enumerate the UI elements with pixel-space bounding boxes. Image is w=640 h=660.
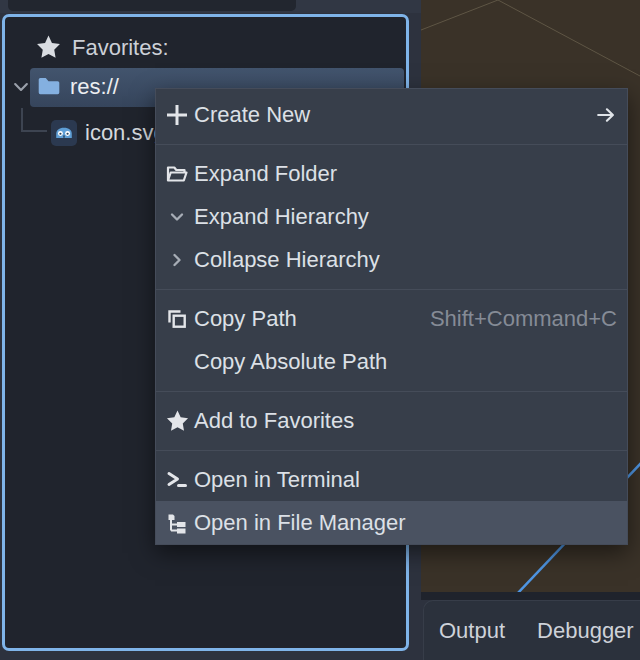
menu-item-copy-path[interactable]: Copy Path Shift+Command+C — [156, 297, 627, 340]
menu-separator — [156, 136, 627, 152]
menu-item-label: Copy Path — [194, 306, 297, 332]
menu-item-label: Open in File Manager — [194, 510, 406, 536]
godot-file-icon — [51, 120, 77, 146]
tree-item-iconsvg-label[interactable]: icon.svg — [85, 119, 166, 147]
file-manager-icon — [164, 511, 190, 535]
menu-item-shortcut: Shift+Command+C — [430, 306, 617, 332]
favorites-header: Favorites: — [36, 34, 169, 62]
menu-item-label: Add to Favorites — [194, 408, 354, 434]
tree-guide-line — [21, 130, 47, 132]
copy-icon — [164, 307, 190, 331]
chevron-down-icon[interactable] — [11, 77, 31, 101]
star-icon — [36, 34, 61, 63]
toolbar-inset-panel — [8, 0, 296, 11]
godot-editor-screen: Favorites: res:// icon.svg — [0, 0, 640, 660]
favorites-label: Favorites: — [72, 35, 169, 61]
menu-item-label: Open in Terminal — [194, 467, 360, 493]
menu-item-label: Collapse Hierarchy — [194, 247, 380, 273]
terminal-icon — [164, 468, 190, 492]
dock-gap — [421, 592, 640, 600]
submenu-arrow-icon — [595, 104, 617, 126]
tree-item-res-label[interactable]: res:// — [70, 73, 119, 101]
menu-item-collapse-hierarchy[interactable]: Collapse Hierarchy — [156, 238, 627, 281]
menu-item-create-new[interactable]: Create New — [156, 93, 627, 136]
menu-item-expand-folder[interactable]: Expand Folder — [156, 152, 627, 195]
menu-item-add-to-favorites[interactable]: Add to Favorites — [156, 399, 627, 442]
folder-icon — [36, 73, 62, 103]
star-icon — [164, 409, 190, 432]
tab-output[interactable]: Output — [439, 618, 505, 644]
folder-open-icon — [164, 162, 190, 186]
plus-icon — [164, 103, 190, 127]
tree-guide-line — [21, 108, 23, 132]
menu-item-open-in-file-manager[interactable]: Open in File Manager — [156, 501, 627, 544]
chevron-right-icon — [164, 250, 190, 270]
menu-separator — [156, 281, 627, 297]
menu-separator — [156, 442, 627, 458]
chevron-down-icon — [164, 207, 190, 227]
menu-item-copy-absolute-path[interactable]: Copy Absolute Path — [156, 340, 627, 383]
bottom-panel: Output Debugger — [423, 600, 640, 660]
menu-item-open-in-terminal[interactable]: Open in Terminal — [156, 458, 627, 501]
menu-separator — [156, 383, 627, 399]
menu-item-label: Expand Hierarchy — [194, 204, 369, 230]
menu-item-label: Copy Absolute Path — [194, 349, 387, 375]
menu-item-label: Expand Folder — [194, 161, 337, 187]
tab-debugger[interactable]: Debugger — [537, 618, 634, 644]
menu-item-expand-hierarchy[interactable]: Expand Hierarchy — [156, 195, 627, 238]
filesystem-context-menu: Create New Expand Folder — [155, 88, 628, 545]
menu-item-label: Create New — [194, 102, 310, 128]
